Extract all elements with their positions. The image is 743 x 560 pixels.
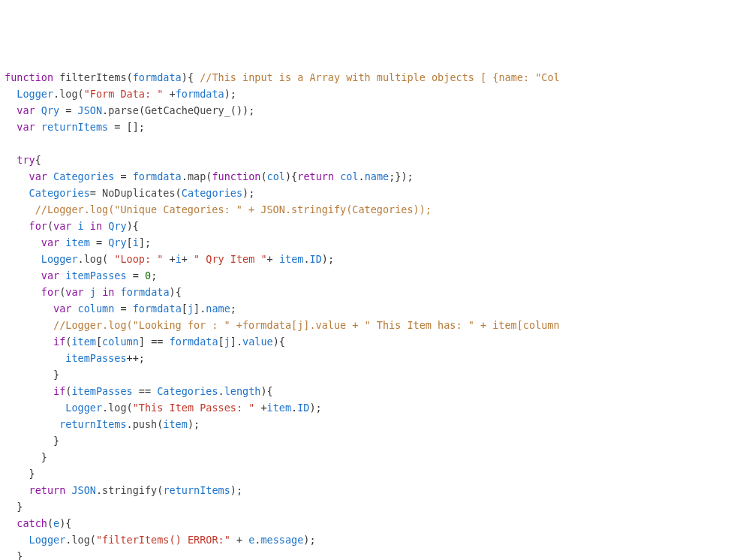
code-token: i (133, 236, 139, 248)
code-token: //Logger.log("Looking for : " +formdata[… (53, 319, 560, 331)
code-line[interactable]: if(itemPasses == Categories.length){ (5, 383, 738, 399)
code-token: } (5, 550, 23, 560)
code-token: Categories (182, 187, 242, 199)
code-token: ){ (59, 517, 71, 529)
code-line[interactable]: Logger.log( "Loop: " +i+ " Qry Item "+ i… (5, 251, 738, 267)
code-token: ; (230, 303, 236, 315)
code-token: ++; (127, 352, 145, 364)
code-token: ); (230, 484, 242, 496)
code-token: ;}); (389, 170, 414, 182)
code-line[interactable]: for(var i in Qry){ (5, 218, 738, 234)
code-line[interactable]: for(var j in formdata){ (5, 284, 738, 300)
code-token (5, 402, 65, 414)
code-line[interactable]: Categories= NoDuplicates(Categories); (5, 185, 738, 201)
code-token: ( (139, 104, 145, 116)
code-token: item (71, 336, 96, 348)
code-token: //Logger.log("Unique Categories: " + JSO… (35, 203, 432, 215)
code-token: ( (90, 534, 96, 546)
code-token: return (297, 170, 334, 182)
code-token: ( (102, 253, 114, 265)
code-token: Qry (108, 220, 126, 232)
code-token: = (114, 303, 132, 315)
code-line[interactable]: var itemPasses = 0; (5, 267, 738, 284)
code-line[interactable]: var returnItems = []; (5, 119, 738, 135)
code-line[interactable]: var Categories = formdata.map(function(c… (5, 168, 738, 185)
code-token: [ (96, 336, 102, 348)
code-token: . (78, 253, 84, 265)
code-token: try (17, 154, 35, 166)
code-token: item (279, 253, 304, 265)
code-token (5, 319, 53, 331)
code-token (5, 534, 29, 546)
code-token: message (260, 534, 303, 546)
code-token: j (224, 336, 230, 348)
code-token: Logger (29, 534, 66, 546)
code-token: return (29, 484, 66, 496)
code-token (5, 517, 17, 529)
code-token (47, 170, 53, 182)
code-token: col (267, 170, 285, 182)
code-token: + (163, 253, 175, 265)
code-token: . (127, 418, 133, 430)
code-token (96, 286, 102, 298)
code-line[interactable]: } (5, 498, 738, 515)
code-token: Logger (41, 253, 78, 265)
code-token: var (65, 286, 83, 298)
code-token: for (41, 286, 59, 298)
code-token: + (254, 402, 266, 414)
code-token (5, 203, 35, 215)
code-token: "Loop: " (114, 253, 163, 265)
code-token: "Form Data: " (84, 88, 164, 100)
code-line[interactable]: var column = formdata[j].name; (5, 300, 738, 317)
code-token: = (90, 236, 108, 248)
code-line[interactable]: } (5, 465, 738, 482)
code-line[interactable]: } (5, 548, 738, 560)
code-token (5, 253, 41, 265)
code-token: formdata (133, 71, 182, 83)
code-token: ){ (182, 71, 200, 83)
code-token: JSON (71, 484, 96, 496)
code-line[interactable]: } (5, 366, 738, 383)
code-token: name (365, 170, 390, 182)
code-token (5, 187, 29, 199)
code-token: GetCacheQuery_ (145, 104, 230, 116)
code-token (5, 303, 53, 315)
code-line[interactable]: Logger.log("filterItems() ERROR:" + e.me… (5, 531, 738, 548)
code-line[interactable]: //Logger.log("Unique Categories: " + JSO… (5, 201, 738, 218)
code-token: ( (127, 402, 133, 414)
code-line[interactable]: var Qry = JSON.parse(GetCacheQuery_()); (5, 102, 738, 119)
code-block[interactable]: function filterItems(formdata){ //This i… (5, 69, 738, 560)
code-line[interactable] (5, 135, 738, 152)
code-token: ){ (260, 385, 272, 397)
code-token: } (5, 451, 47, 463)
code-token: ){ (273, 336, 285, 348)
code-token: ]. (230, 336, 242, 348)
code-line[interactable]: } (5, 449, 738, 465)
code-token: var (41, 236, 59, 248)
code-token: length (224, 385, 261, 397)
code-token: " Qry Item " (194, 253, 267, 265)
code-token: ); (224, 88, 236, 100)
code-line[interactable]: if(item[column] == formdata[j].value){ (5, 333, 738, 350)
code-line[interactable]: return JSON.stringify(returnItems); (5, 482, 738, 498)
code-line[interactable]: catch(e){ (5, 515, 738, 531)
code-token: ( (47, 517, 53, 529)
code-line[interactable]: Logger.log("This Item Passes: " +item.ID… (5, 399, 738, 416)
code-token: Logger (17, 88, 53, 100)
code-line[interactable]: function filterItems(formdata){ //This i… (5, 69, 738, 86)
code-line[interactable]: var item = Qry[i]; (5, 234, 738, 251)
code-line[interactable]: try{ (5, 152, 738, 168)
code-token: ID (310, 253, 322, 265)
code-line[interactable]: Logger.log("Form Data: " +formdata); (5, 86, 738, 102)
code-line[interactable]: returnItems.push(item); (5, 416, 738, 432)
code-token (5, 121, 17, 133)
code-line[interactable]: itemPasses++; (5, 350, 738, 366)
code-token: log (108, 402, 126, 414)
code-token: = (90, 187, 102, 199)
code-token (5, 236, 41, 248)
code-token: ]; (139, 236, 151, 248)
code-line[interactable]: } (5, 432, 738, 449)
code-token (5, 88, 17, 100)
code-token: . (182, 170, 188, 182)
code-line[interactable]: //Logger.log("Looking for : " +formdata[… (5, 317, 738, 333)
